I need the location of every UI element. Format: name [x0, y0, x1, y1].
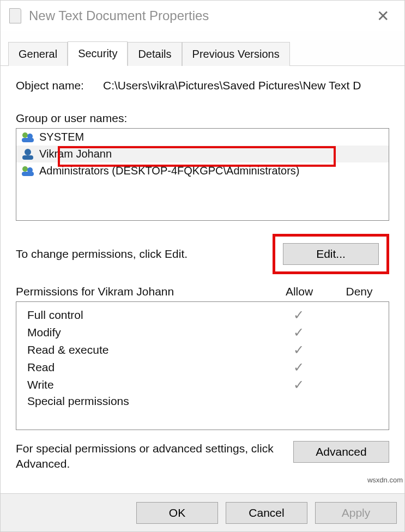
permission-name: Modify: [27, 326, 269, 339]
dialog-footer: OK Cancel Apply: [1, 493, 404, 531]
user-icon: [21, 148, 35, 160]
allow-check-icon: ✓: [269, 325, 329, 340]
permission-name: Read: [27, 361, 269, 374]
object-name-row: Object name: C:\Users\vikra\Pictures\Sav…: [16, 79, 389, 92]
close-icon[interactable]: ✕: [370, 5, 396, 27]
users-listbox[interactable]: SYSTEM Vikram Johann Administrators (DES…: [16, 128, 389, 221]
list-item-label: Administrators (DESKTOP-4FQKGPC\Administ…: [39, 165, 300, 177]
list-item-label: Vikram Johann: [39, 148, 112, 160]
permission-row[interactable]: Special permissions: [16, 394, 389, 409]
list-item[interactable]: Administrators (DESKTOP-4FQKGPC\Administ…: [16, 162, 389, 179]
object-name-label: Object name:: [16, 79, 103, 92]
permission-row[interactable]: Read ✓: [16, 359, 389, 376]
tab-security[interactable]: Security: [68, 41, 128, 66]
permission-row[interactable]: Full control ✓: [16, 306, 389, 324]
allow-check-icon: ✓: [269, 307, 329, 323]
advanced-text: For special permissions or advanced sett…: [16, 441, 280, 472]
apply-button[interactable]: Apply: [315, 502, 397, 524]
titlebar: New Text Document Properties ✕: [1, 1, 404, 31]
tab-details[interactable]: Details: [128, 42, 182, 66]
edit-button[interactable]: Edit...: [283, 243, 379, 265]
list-item[interactable]: SYSTEM: [16, 129, 389, 146]
tab-content: Object name: C:\Users\vikra\Pictures\Sav…: [1, 66, 404, 493]
allow-check-icon: ✓: [269, 360, 329, 375]
permission-row[interactable]: Read & execute ✓: [16, 341, 389, 359]
permission-name: Write: [27, 378, 269, 391]
properties-dialog: New Text Document Properties ✕ General S…: [0, 0, 405, 532]
group-users-label: Group or user names:: [16, 112, 389, 125]
list-item[interactable]: Vikram Johann: [16, 146, 389, 162]
edit-row: To change permissions, click Edit. Edit.…: [16, 234, 389, 274]
tab-strip: General Security Details Previous Versio…: [1, 31, 404, 66]
edit-permissions-text: To change permissions, click Edit.: [16, 247, 273, 261]
watermark-text: wsxdn.com: [367, 476, 403, 484]
permissions-listbox[interactable]: Full control ✓ Modify ✓ Read & execute ✓…: [16, 301, 389, 430]
permission-name: Read & execute: [27, 343, 269, 356]
window-title: New Text Document Properties: [29, 8, 370, 23]
permissions-header: Permissions for Vikram Johann Allow Deny: [16, 285, 389, 298]
svg-rect-2: [22, 138, 34, 142]
permission-name: Full control: [27, 309, 269, 322]
allow-check-icon: ✓: [269, 377, 329, 392]
svg-rect-7: [22, 172, 34, 176]
document-icon: [9, 8, 21, 23]
svg-point-3: [25, 149, 31, 155]
tab-previous-versions[interactable]: Previous Versions: [182, 42, 290, 66]
deny-column-header: Deny: [329, 285, 389, 298]
tab-general[interactable]: General: [8, 42, 68, 66]
cancel-button[interactable]: Cancel: [226, 502, 307, 524]
permission-name: Special permissions: [27, 395, 269, 408]
advanced-button[interactable]: Advanced: [293, 441, 389, 463]
svg-rect-4: [22, 155, 33, 160]
annotation-highlight: Edit...: [273, 234, 389, 274]
object-name-value: C:\Users\vikra\Pictures\Saved Pictures\N…: [103, 79, 361, 92]
permission-row[interactable]: Modify ✓: [16, 324, 389, 341]
allow-check-icon: ✓: [269, 342, 329, 358]
svg-point-0: [22, 132, 28, 138]
list-item-label: SYSTEM: [39, 131, 84, 143]
users-group-icon: [21, 131, 35, 143]
ok-button[interactable]: OK: [136, 502, 218, 524]
permissions-title: Permissions for Vikram Johann: [16, 285, 269, 298]
permission-row[interactable]: Write ✓: [16, 376, 389, 394]
allow-column-header: Allow: [269, 285, 329, 298]
advanced-row: For special permissions or advanced sett…: [16, 441, 389, 472]
users-group-icon: [21, 165, 35, 177]
svg-point-5: [22, 166, 28, 172]
